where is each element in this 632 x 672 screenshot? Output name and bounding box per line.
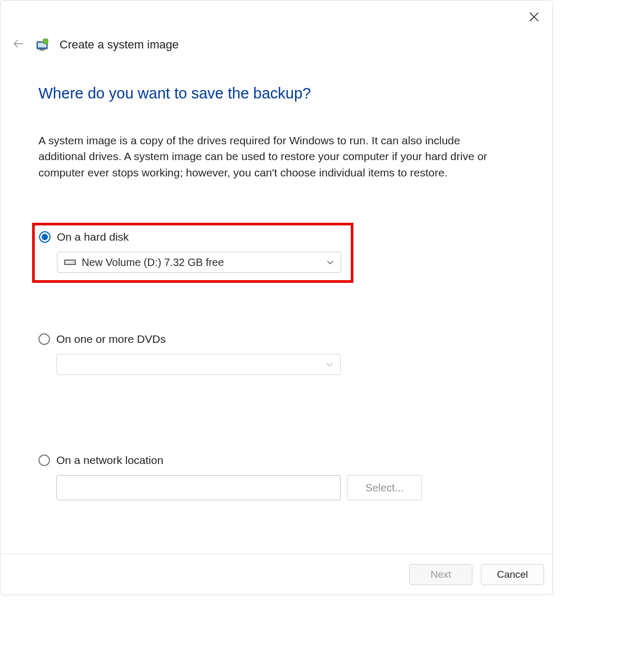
radio-dvd[interactable] bbox=[38, 333, 50, 345]
next-button[interactable]: Next bbox=[409, 564, 472, 585]
title-bar: Create a system image bbox=[11, 37, 542, 52]
cancel-button[interactable]: Cancel bbox=[481, 564, 544, 585]
close-icon bbox=[529, 12, 539, 24]
svg-rect-5 bbox=[39, 49, 45, 51]
dvd-dropdown[interactable] bbox=[56, 354, 341, 375]
window-title: Create a system image bbox=[60, 38, 179, 52]
option-dvd: On one or more DVDs bbox=[38, 333, 515, 375]
network-path-input[interactable] bbox=[56, 475, 341, 500]
svg-point-9 bbox=[73, 262, 74, 263]
radio-row-dvd[interactable]: On one or more DVDs bbox=[38, 333, 515, 345]
content-area: Where do you want to save the backup? A … bbox=[38, 85, 515, 500]
back-button[interactable] bbox=[11, 37, 26, 52]
back-arrow-icon bbox=[13, 38, 24, 52]
highlight-box: On a hard disk New Volume (D:) 7.32 GB f… bbox=[32, 223, 353, 283]
radio-label-dvd: On one or more DVDs bbox=[56, 333, 166, 345]
system-image-icon bbox=[35, 37, 50, 52]
footer: Next Cancel bbox=[1, 554, 552, 595]
radio-label-network: On a network location bbox=[56, 454, 163, 467]
chevron-down-icon bbox=[325, 360, 334, 369]
radio-label-hard-disk: On a hard disk bbox=[57, 231, 129, 243]
radio-hard-disk[interactable] bbox=[39, 231, 51, 243]
svg-rect-6 bbox=[43, 39, 48, 44]
close-button[interactable] bbox=[523, 7, 545, 29]
page-description: A system image is a copy of the drives r… bbox=[38, 133, 502, 181]
radio-row-network[interactable]: On a network location bbox=[38, 454, 515, 467]
hard-disk-selected-value: New Volume (D:) 7.32 GB free bbox=[82, 256, 224, 269]
radio-network[interactable] bbox=[38, 454, 50, 466]
hard-disk-dropdown[interactable]: New Volume (D:) 7.32 GB free bbox=[57, 252, 341, 273]
wizard-window: Create a system image Where do you want … bbox=[0, 0, 553, 595]
radio-row-hard-disk[interactable]: On a hard disk bbox=[39, 231, 347, 243]
option-hard-disk: On a hard disk New Volume (D:) 7.32 GB f… bbox=[39, 231, 347, 273]
page-heading: Where do you want to save the backup? bbox=[38, 85, 515, 102]
chevron-down-icon bbox=[326, 258, 334, 266]
hard-drive-icon bbox=[64, 258, 76, 266]
network-select-button[interactable]: Select... bbox=[347, 475, 422, 500]
option-network: On a network location Select... bbox=[38, 454, 515, 500]
